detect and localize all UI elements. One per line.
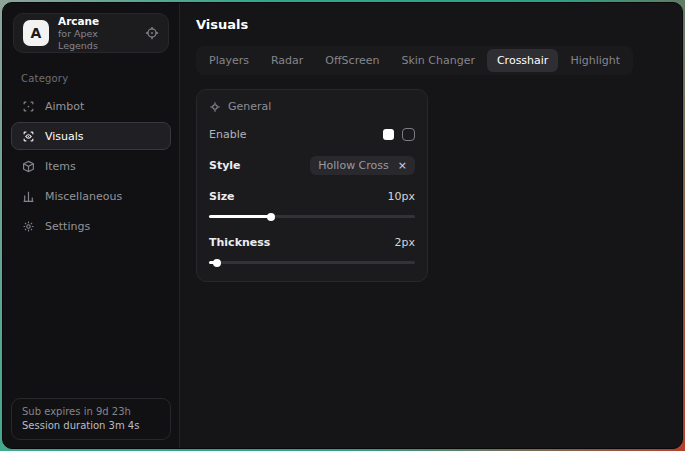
size-value: 10px — [388, 190, 416, 203]
tab-radar[interactable]: Radar — [261, 49, 313, 72]
sidebar-item-label: Miscellaneous — [45, 190, 122, 203]
brand-subtitle: for Apex Legends — [58, 28, 136, 52]
general-crosshair-icon — [209, 101, 221, 113]
enable-color-swatch[interactable] — [383, 129, 394, 140]
size-label: Size — [209, 190, 235, 203]
thickness-slider-track[interactable] — [209, 261, 415, 264]
sidebar-item-miscellaneous[interactable]: Miscellaneous — [11, 182, 171, 210]
thickness-value: 2px — [395, 236, 416, 249]
style-select[interactable]: Hollow Cross × — [310, 156, 415, 175]
sidebar-item-aimbot[interactable]: Aimbot — [11, 92, 171, 120]
page-title: Visuals — [196, 17, 666, 32]
thickness-slider-thumb[interactable] — [213, 259, 221, 267]
main-content: Visuals Players Radar OffScreen Skin Cha… — [180, 3, 682, 448]
style-clear-icon[interactable]: × — [398, 160, 407, 171]
tab-offscreen[interactable]: OffScreen — [315, 49, 389, 72]
style-label: Style — [209, 159, 241, 172]
size-slider-thumb[interactable] — [267, 213, 275, 221]
tab-skin-changer[interactable]: Skin Changer — [391, 49, 485, 72]
thickness-label: Thickness — [209, 236, 270, 249]
brand-text: Arcane for Apex Legends — [58, 15, 136, 52]
subscription-card: Sub expires in 9d 23h Session duration 3… — [11, 398, 171, 440]
visuals-eye-icon — [22, 130, 35, 143]
sidebar-item-items[interactable]: Items — [11, 152, 171, 180]
brand-name: Arcane — [58, 15, 136, 28]
enable-row: Enable — [209, 128, 415, 141]
size-slider-fill — [209, 215, 271, 218]
sidebar-item-visuals[interactable]: Visuals — [11, 122, 171, 150]
sidebar-item-settings[interactable]: Settings — [11, 212, 171, 240]
general-card-title: General — [228, 100, 271, 113]
session-duration-text: Session duration 3m 4s — [22, 420, 160, 431]
aimbot-crosshair-icon — [22, 100, 35, 113]
target-icon[interactable] — [145, 26, 159, 40]
items-cube-icon — [22, 160, 35, 173]
misc-chart-icon — [22, 190, 35, 203]
enable-label: Enable — [209, 128, 246, 141]
sub-expires-text: Sub expires in 9d 23h — [22, 406, 160, 417]
thickness-slider[interactable] — [209, 258, 415, 267]
enable-controls — [383, 128, 415, 141]
sidebar-item-label: Settings — [45, 220, 90, 233]
tab-bar: Players Radar OffScreen Skin Changer Cro… — [196, 46, 633, 75]
tab-crosshair[interactable]: Crosshair — [487, 49, 558, 72]
sidebar-nav: Aimbot Visuals — [3, 92, 179, 240]
settings-gear-icon — [22, 220, 35, 233]
enable-checkbox[interactable] — [402, 128, 415, 141]
sidebar-item-label: Visuals — [45, 130, 84, 143]
sidebar: A Arcane for Apex Legends Category — [3, 3, 180, 448]
size-slider[interactable] — [209, 212, 415, 221]
brand-card: A Arcane for Apex Legends — [13, 13, 169, 53]
tab-highlight[interactable]: Highlight — [560, 49, 630, 72]
style-selected-value: Hollow Cross — [318, 159, 389, 172]
sidebar-spacer — [3, 240, 179, 390]
style-row: Style Hollow Cross × — [209, 156, 415, 175]
tab-players[interactable]: Players — [199, 49, 259, 72]
thickness-row: Thickness 2px — [209, 236, 415, 249]
sidebar-item-label: Aimbot — [45, 100, 84, 113]
size-row: Size 10px — [209, 190, 415, 203]
general-card-header: General — [209, 100, 415, 113]
app-window: A Arcane for Apex Legends Category — [2, 2, 683, 449]
app-logo: A — [23, 20, 49, 46]
sidebar-item-label: Items — [45, 160, 76, 173]
category-label: Category — [21, 73, 161, 84]
general-card: General Enable Style Hollow Cross × Size… — [196, 89, 428, 282]
